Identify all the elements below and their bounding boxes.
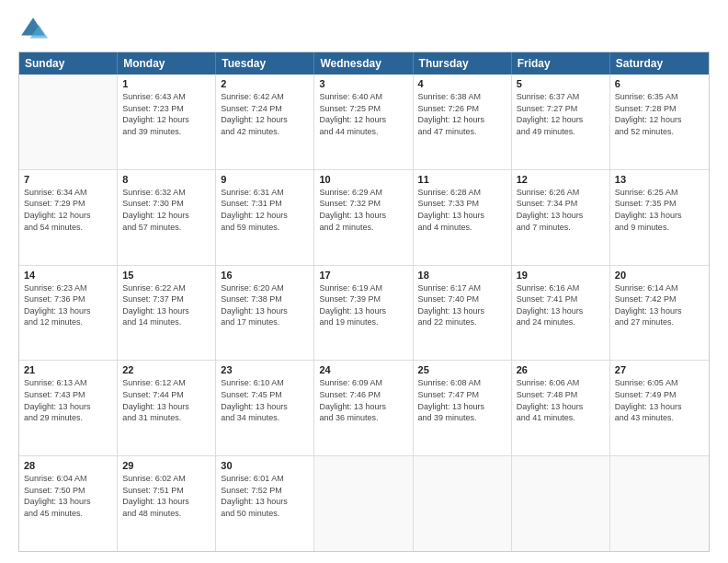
cell-line: Daylight: 13 hours	[418, 305, 506, 317]
cell-line: and 31 minutes.	[122, 412, 210, 424]
cell-line: Sunset: 7:45 PM	[221, 389, 309, 401]
day-number: 25	[418, 364, 506, 375]
cell-line: Daylight: 13 hours	[418, 210, 506, 222]
cell-line: Daylight: 13 hours	[221, 496, 309, 508]
cell-line: Daylight: 12 hours	[122, 114, 210, 126]
cell-line: Daylight: 13 hours	[319, 305, 407, 317]
calendar-cell: 5Sunrise: 6:37 AMSunset: 7:27 PMDaylight…	[512, 75, 610, 169]
day-number: 2	[221, 78, 309, 89]
cell-line: Daylight: 13 hours	[615, 401, 704, 413]
cell-line: Daylight: 12 hours	[24, 210, 112, 222]
cell-line: Daylight: 12 hours	[221, 114, 309, 126]
logo-icon	[18, 15, 48, 44]
cell-line: and 9 minutes.	[615, 222, 704, 234]
cell-line: Sunrise: 6:04 AM	[24, 473, 112, 485]
cell-line: and 50 minutes.	[221, 508, 309, 520]
cell-line: and 14 minutes.	[122, 316, 210, 328]
cell-line: Sunrise: 6:22 AM	[122, 282, 210, 294]
cell-line: Sunrise: 6:02 AM	[122, 473, 210, 485]
cell-line: and 12 minutes.	[24, 316, 112, 328]
cell-line: and 34 minutes.	[221, 412, 309, 424]
cell-line: Sunrise: 6:34 AM	[24, 187, 112, 199]
cell-line: Daylight: 12 hours	[418, 114, 506, 126]
day-number: 4	[418, 78, 506, 89]
cell-line: and 54 minutes.	[24, 222, 112, 234]
header-day: Sunday	[19, 52, 118, 75]
calendar-cell: 9Sunrise: 6:31 AMSunset: 7:31 PMDaylight…	[216, 170, 314, 265]
calendar-cell: 8Sunrise: 6:32 AMSunset: 7:30 PMDaylight…	[118, 170, 216, 265]
cell-line: Sunrise: 6:26 AM	[517, 187, 605, 199]
day-number: 26	[517, 364, 605, 375]
cell-line: Daylight: 13 hours	[517, 305, 605, 317]
cell-line: Daylight: 13 hours	[24, 496, 112, 508]
calendar-cell: 24Sunrise: 6:09 AMSunset: 7:46 PMDayligh…	[314, 361, 413, 455]
calendar-cell	[19, 75, 118, 169]
cell-line: Sunset: 7:50 PM	[24, 485, 112, 497]
calendar-row: 1Sunrise: 6:43 AMSunset: 7:23 PMDaylight…	[19, 75, 709, 170]
cell-line: Sunset: 7:33 PM	[418, 198, 506, 210]
page: SundayMondayTuesdayWednesdayThursdayFrid…	[0, 0, 728, 563]
cell-line: and 41 minutes.	[517, 412, 605, 424]
cell-line: Sunset: 7:35 PM	[615, 198, 704, 210]
day-number: 20	[615, 270, 704, 281]
calendar-cell: 15Sunrise: 6:22 AMSunset: 7:37 PMDayligh…	[118, 266, 216, 361]
cell-line: Sunset: 7:38 PM	[221, 293, 309, 305]
cell-line: Daylight: 13 hours	[24, 305, 112, 317]
cell-line: Daylight: 13 hours	[122, 496, 210, 508]
logo	[18, 15, 51, 44]
calendar-cell: 30Sunrise: 6:01 AMSunset: 7:52 PMDayligh…	[216, 456, 314, 551]
cell-line: Daylight: 13 hours	[122, 401, 210, 413]
calendar-cell: 12Sunrise: 6:26 AMSunset: 7:34 PMDayligh…	[512, 170, 610, 265]
cell-line: Sunrise: 6:23 AM	[24, 282, 112, 294]
calendar-cell: 23Sunrise: 6:10 AMSunset: 7:45 PMDayligh…	[216, 361, 314, 455]
cell-line: Daylight: 12 hours	[122, 210, 210, 222]
cell-line: Sunrise: 6:01 AM	[221, 473, 309, 485]
day-number: 6	[615, 78, 704, 89]
cell-line: Sunset: 7:27 PM	[517, 103, 605, 115]
header-day: Saturday	[610, 52, 709, 75]
cell-line: and 19 minutes.	[319, 316, 407, 328]
cell-line: Daylight: 12 hours	[319, 114, 407, 126]
day-number: 23	[221, 364, 309, 375]
day-number: 17	[319, 270, 407, 281]
calendar-cell: 26Sunrise: 6:06 AMSunset: 7:48 PMDayligh…	[512, 361, 610, 455]
cell-line: and 49 minutes.	[517, 126, 605, 138]
header-day: Tuesday	[216, 52, 314, 75]
cell-line: Sunset: 7:52 PM	[221, 485, 309, 497]
calendar-row: 14Sunrise: 6:23 AMSunset: 7:36 PMDayligh…	[19, 266, 709, 362]
cell-line: and 17 minutes.	[221, 316, 309, 328]
cell-line: Sunset: 7:43 PM	[24, 389, 112, 401]
calendar-cell: 20Sunrise: 6:14 AMSunset: 7:42 PMDayligh…	[610, 266, 709, 361]
cell-line: Sunset: 7:41 PM	[517, 293, 605, 305]
cell-line: Sunrise: 6:25 AM	[615, 187, 704, 199]
day-number: 12	[517, 174, 605, 185]
calendar-cell	[610, 456, 709, 551]
calendar-row: 7Sunrise: 6:34 AMSunset: 7:29 PMDaylight…	[19, 170, 709, 266]
cell-line: Sunset: 7:39 PM	[319, 293, 407, 305]
cell-line: and 44 minutes.	[319, 126, 407, 138]
day-number: 10	[319, 174, 407, 185]
day-number: 28	[24, 460, 112, 471]
cell-line: Sunset: 7:34 PM	[517, 198, 605, 210]
calendar-cell: 22Sunrise: 6:12 AMSunset: 7:44 PMDayligh…	[118, 361, 216, 455]
day-number: 22	[122, 364, 210, 375]
day-number: 14	[24, 270, 112, 281]
cell-line: Sunrise: 6:37 AM	[517, 91, 605, 103]
cell-line: Sunset: 7:37 PM	[122, 293, 210, 305]
cell-line: and 39 minutes.	[122, 126, 210, 138]
cell-line: Sunrise: 6:05 AM	[615, 377, 704, 389]
calendar-cell: 18Sunrise: 6:17 AMSunset: 7:40 PMDayligh…	[414, 266, 512, 361]
cell-line: Sunset: 7:36 PM	[24, 293, 112, 305]
calendar-cell: 1Sunrise: 6:43 AMSunset: 7:23 PMDaylight…	[118, 75, 216, 169]
day-number: 8	[122, 174, 210, 185]
cell-line: Sunset: 7:29 PM	[24, 198, 112, 210]
cell-line: Sunset: 7:31 PM	[221, 198, 309, 210]
day-number: 24	[319, 364, 407, 375]
cell-line: Sunset: 7:48 PM	[517, 389, 605, 401]
calendar-cell: 6Sunrise: 6:35 AMSunset: 7:28 PMDaylight…	[610, 75, 709, 169]
calendar-cell: 29Sunrise: 6:02 AMSunset: 7:51 PMDayligh…	[118, 456, 216, 551]
cell-line: Sunrise: 6:19 AM	[319, 282, 407, 294]
calendar-cell: 25Sunrise: 6:08 AMSunset: 7:47 PMDayligh…	[414, 361, 512, 455]
cell-line: Sunset: 7:46 PM	[319, 389, 407, 401]
cell-line: Sunset: 7:23 PM	[122, 103, 210, 115]
